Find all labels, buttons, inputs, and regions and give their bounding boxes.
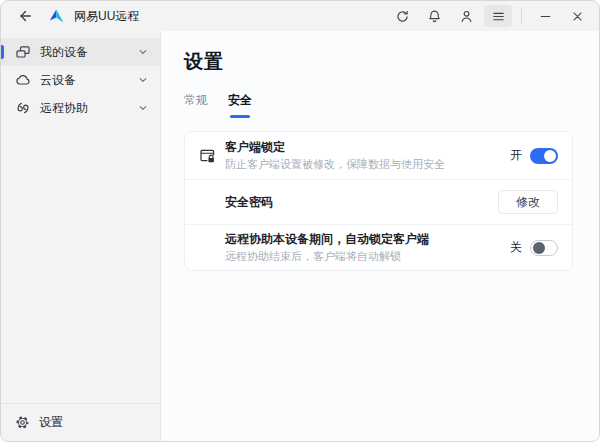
sidebar-item-cloud-devices[interactable]: 云设备 (1, 66, 160, 94)
titlebar-divider (521, 9, 522, 23)
back-arrow-icon (17, 8, 33, 24)
devices-icon (15, 44, 31, 60)
toggle-state-label: 开 (510, 147, 522, 164)
sidebar-item-label: 云设备 (40, 72, 76, 89)
cloud-icon (15, 72, 31, 88)
modify-password-button[interactable]: 修改 (498, 190, 558, 214)
setting-row-client-lock: 客户端锁定 防止客户端设置被修改，保障数据与使用安全 开 (185, 132, 572, 179)
setting-title: 安全密码 (225, 195, 273, 210)
account-button[interactable] (452, 5, 480, 27)
setting-description: 远程协助结束后，客户端将自动解锁 (225, 250, 429, 263)
minimize-button[interactable] (531, 5, 559, 27)
close-icon (570, 9, 585, 24)
toggle-knob (544, 150, 556, 162)
sidebar-settings-label: 设置 (39, 414, 63, 431)
app-logo-icon (48, 8, 65, 25)
setting-texts: 客户端锁定 防止客户端设置被修改，保障数据与使用安全 (225, 140, 445, 171)
notifications-button[interactable] (420, 5, 448, 27)
gear-icon (15, 415, 30, 430)
hamburger-menu-icon (491, 9, 506, 24)
setting-row-auto-lock: 远程协助本设备期间，自动锁定客户端 远程协助结束后，客户端将自动解锁 关 (185, 225, 572, 270)
page-title: 设置 (184, 49, 573, 75)
tab-general[interactable]: 常规 (184, 92, 208, 118)
minimize-icon (538, 9, 553, 24)
menu-button[interactable] (484, 5, 512, 27)
setting-info: 客户端锁定 防止客户端设置被修改，保障数据与使用安全 (199, 140, 510, 171)
refresh-button[interactable] (388, 5, 416, 27)
setting-title: 客户端锁定 (225, 140, 445, 155)
app-body: 我的设备 云设备 (1, 31, 599, 441)
setting-texts: 远程协助本设备期间，自动锁定客户端 远程协助结束后，客户端将自动解锁 (225, 232, 429, 263)
sidebar: 我的设备 云设备 (1, 31, 161, 441)
setting-description: 防止客户端设置被修改，保障数据与使用安全 (225, 158, 445, 171)
setting-control: 修改 (498, 190, 558, 214)
setting-row-security-password: 安全密码 修改 (185, 180, 572, 224)
sidebar-item-my-devices[interactable]: 我的设备 (1, 38, 160, 66)
client-lock-toggle[interactable] (530, 148, 558, 164)
setting-info: 远程协助本设备期间，自动锁定客户端 远程协助结束后，客户端将自动解锁 (199, 232, 510, 263)
tab-security[interactable]: 安全 (228, 92, 252, 118)
app-title: 网易UU远程 (74, 8, 139, 25)
setting-title: 远程协助本设备期间，自动锁定客户端 (225, 232, 429, 247)
chevron-down-icon (138, 75, 148, 85)
sidebar-item-label: 我的设备 (40, 44, 88, 61)
chevron-down-icon (138, 103, 148, 113)
refresh-icon (395, 9, 410, 24)
sidebar-item-label: 远程协助 (40, 100, 88, 117)
settings-page: 设置 常规 安全 客户端锁定 防止客户端设置被修改，保障数据与使用安全 (161, 31, 599, 441)
remote-assist-icon (15, 100, 31, 116)
setting-control: 关 (510, 239, 558, 256)
toggle-knob (533, 242, 545, 254)
toggle-state-label: 关 (510, 239, 522, 256)
sidebar-item-remote-assist[interactable]: 远程协助 (1, 94, 160, 122)
chevron-down-icon (138, 47, 148, 57)
titlebar-left: 网易UU远程 (11, 5, 139, 27)
setting-info: 安全密码 (199, 195, 498, 210)
bell-icon (427, 9, 442, 24)
titlebar-controls (388, 5, 591, 27)
auto-lock-toggle[interactable] (530, 240, 558, 256)
client-lock-icon (199, 147, 217, 165)
app-window: 网易UU远程 (0, 0, 600, 442)
close-button[interactable] (563, 5, 591, 27)
sidebar-item-settings[interactable]: 设置 (1, 403, 160, 441)
sidebar-nav: 我的设备 云设备 (1, 31, 160, 403)
titlebar: 网易UU远程 (1, 1, 599, 31)
security-settings-card: 客户端锁定 防止客户端设置被修改，保障数据与使用安全 开 安全密码 (184, 131, 573, 271)
back-button[interactable] (11, 5, 39, 27)
person-icon (459, 9, 474, 24)
settings-tabs: 常规 安全 (184, 92, 573, 118)
setting-control: 开 (510, 147, 558, 164)
